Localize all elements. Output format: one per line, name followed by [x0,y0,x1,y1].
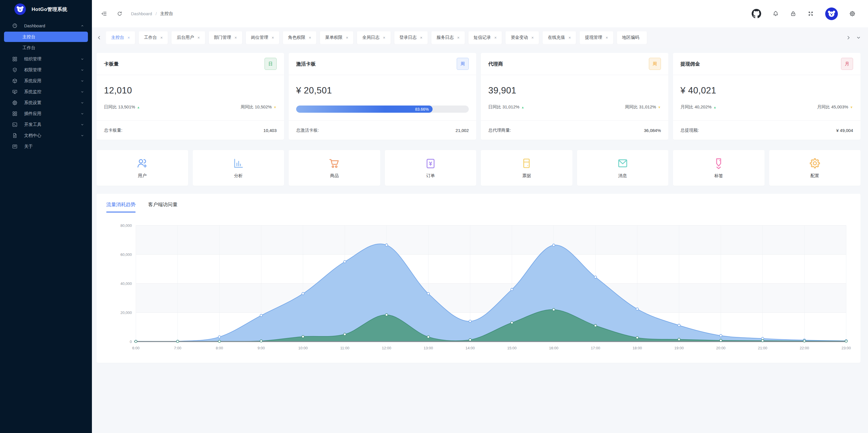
shortcut-messages[interactable]: 消息 [577,150,669,186]
gear-icon[interactable] [849,11,855,17]
tabs-menu-chevron-down-icon[interactable] [855,34,862,41]
compare-right: 周同比 10,502% [241,104,272,110]
compare-left: 日同比 13,501% [104,104,135,110]
stat-card-agents: 代理商 周 39,901 日同比 31,012%▲ 周同比 31,012%▼ 总… [481,53,669,140]
period-badge-week[interactable]: 周 [649,58,661,70]
shortcut-orders[interactable]: 订单 [385,150,476,186]
tabs-scroll-left-icon[interactable] [96,34,102,41]
tabs-scroll-right-icon[interactable] [845,34,851,41]
tab-label: 角色权限 [288,35,305,40]
sidebar-item-organization[interactable]: 组织管理 [0,54,92,64]
close-icon[interactable]: × [235,35,237,40]
close-icon[interactable]: × [197,35,199,40]
close-icon[interactable]: × [531,35,534,40]
sidebar-subitem-workbench[interactable]: 工作台 [4,42,88,53]
svg-text:0: 0 [130,340,132,344]
shortcut-products[interactable]: 商品 [289,150,380,186]
sidebar-item-docs[interactable]: 文档中心 [0,130,92,141]
sidebar-item-system-app[interactable]: 系统应用 [0,75,92,86]
sidebar-item-dev-tools[interactable]: 开发工具 [0,119,92,130]
svg-text:14:00: 14:00 [465,346,475,350]
sidebar-item-label: 开发工具 [24,122,80,127]
sidebar-item-plugins[interactable]: 插件应用 [0,108,92,119]
bell-icon[interactable] [773,11,779,17]
stats-grid: 卡板量 日 12,010 日同比 13,501%▲ 周同比 10,502%▼ 总… [96,53,861,140]
sidebar-item-label: 系统应用 [24,78,80,84]
sidebar-item-permission[interactable]: 权限管理 [0,64,92,75]
tab-online-recharge[interactable]: 在线充值× [542,31,576,44]
tab-roles[interactable]: 角色权限× [283,31,316,44]
close-icon[interactable]: × [309,35,311,40]
period-badge-week[interactable]: 周 [457,58,469,70]
shortcut-label: 分析 [234,173,243,178]
sidebar-item-system-monitor[interactable]: 系统监控 [0,86,92,97]
period-badge-month[interactable]: 月 [841,58,853,70]
tab-departments[interactable]: 部门管理× [209,31,242,44]
tab-chips: 主控台× 工作台× 后台用户× 部门管理× 岗位管理× 角色权限× 菜单权限× … [106,31,842,44]
sidebar-item-about[interactable]: 关于 [0,141,92,152]
tab-admin-users[interactable]: 后台用户× [172,31,205,44]
tab-login-log[interactable]: 登录日志× [394,31,428,44]
sidebar-item-label: 系统设置 [24,100,80,106]
sidebar-subitem-console[interactable]: 主控台 [4,32,88,42]
shortcut-tags[interactable]: 标签 [673,150,765,186]
lock-icon[interactable] [790,11,796,17]
svg-text:17:00: 17:00 [591,346,600,350]
close-icon[interactable]: × [568,35,571,40]
breadcrumb-root[interactable]: Dashboard [131,11,152,16]
chart-tab-traffic-trend[interactable]: 流量消耗趋势 [106,201,135,212]
sidebar-item-label: Dashboard [24,23,80,28]
sidebar-item-dashboard[interactable]: Dashboard [0,20,92,31]
refresh-icon[interactable] [117,11,122,17]
tab-menu-permission[interactable]: 菜单权限× [320,31,353,44]
tab-fund-changes[interactable]: 资金变动× [505,31,539,44]
tab-service-log[interactable]: 服务日志× [431,31,465,44]
tab-workbench[interactable]: 工作台× [139,31,168,44]
shortcut-label: 订单 [426,173,435,178]
app-title: HotGo管理系统 [32,6,67,13]
collapse-sidebar-icon[interactable] [101,11,107,17]
close-icon[interactable]: × [127,35,130,40]
shortcut-users[interactable]: 用户 [96,150,188,186]
cube-icon [12,78,18,84]
stat-title: 激活卡板 [296,61,316,67]
chart-tab-client-visits[interactable]: 客户端访问量 [148,201,178,212]
trend-up-icon: ▲ [137,106,140,109]
tab-label: 工作台 [144,35,157,40]
tab-region-code[interactable]: 地区编码 [617,31,647,44]
chevron-down-icon [80,79,85,83]
avatar[interactable] [825,7,838,20]
terminal-icon [12,122,18,127]
close-icon[interactable]: × [383,35,385,40]
tab-positions[interactable]: 岗位管理× [246,31,279,44]
period-badge-day[interactable]: 日 [265,58,277,70]
shortcuts-grid: 用户 分析 商品 订单 票据 消息 [96,150,861,186]
tab-console[interactable]: 主控台× [106,31,135,44]
shortcut-analysis[interactable]: 分析 [193,150,284,186]
close-icon[interactable]: × [420,35,423,40]
stat-title: 代理商 [488,61,503,67]
fullscreen-icon[interactable] [808,11,814,17]
svg-text:40,000: 40,000 [120,282,132,286]
trend-up-icon: ▲ [521,106,524,109]
shortcut-label: 标签 [714,173,723,178]
shortcut-config[interactable]: 配置 [769,150,861,186]
tab-sms-records[interactable]: 短信记录× [468,31,502,44]
tab-withdrawal[interactable]: 提现管理× [580,31,613,44]
chevron-down-icon [80,134,85,138]
close-icon[interactable]: × [346,35,348,40]
tab-label: 资金变动 [511,35,528,40]
ticket-icon [521,157,532,169]
close-icon[interactable]: × [160,35,162,40]
shortcut-tickets[interactable]: 票据 [481,150,572,186]
close-icon[interactable]: × [272,35,274,40]
github-icon[interactable] [752,9,761,19]
close-icon[interactable]: × [494,35,497,40]
close-icon[interactable]: × [457,35,460,40]
sidebar-item-system-settings[interactable]: 系统设置 [0,97,92,108]
plugin-grid-icon [12,111,18,116]
traffic-chart-card: 流量消耗趋势 客户端访问量 020,00040,00060,00080,0006… [96,194,861,363]
app-logo[interactable]: HotGo管理系统 [0,0,92,19]
tab-global-log[interactable]: 全局日志× [357,31,390,44]
close-icon[interactable]: × [606,35,608,40]
